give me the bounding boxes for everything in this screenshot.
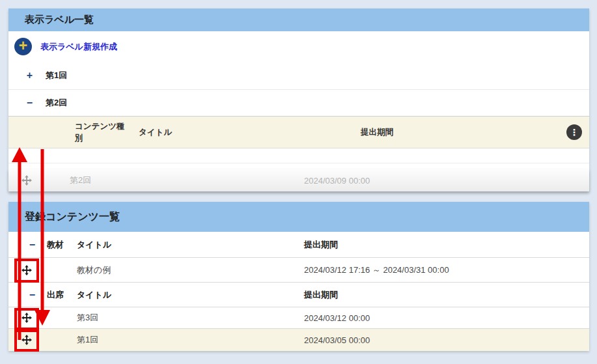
content-title: 教材の例 (77, 264, 304, 276)
label-group-row-2[interactable]: − 第2回 (8, 90, 589, 116)
content-row-dai3kai: 第3回 2024/03/12 00:00 (8, 307, 589, 329)
content-period: 2024/03/05 00:00 (304, 335, 589, 345)
content-group-header-kyozai: − 教材 タイトル 提出期間 (8, 232, 589, 258)
add-circle-icon[interactable]: + (14, 38, 32, 55)
content-title: 第3回 (77, 312, 304, 324)
kebab-menu-icon[interactable]: ⋮ (566, 124, 582, 140)
column-header-title: タイトル (139, 127, 172, 138)
empty-drop-gap (8, 163, 589, 169)
label-group-name: 第2回 (46, 97, 67, 109)
column-header-period: 提出期間 (361, 127, 393, 138)
content-group-header-shusseki: − 出席 タイトル 提出期間 (8, 283, 589, 307)
column-header-period: 提出期間 (304, 239, 589, 251)
move-handle-icon[interactable] (21, 175, 32, 186)
panel-title-bar: 表示ラベル一覧 (8, 8, 589, 31)
page-title: 登録コンテンツ一覧 (25, 210, 120, 224)
column-header-content-type: コンテンツ種別 (75, 121, 132, 144)
move-handle-icon[interactable] (21, 265, 32, 275)
create-label-link[interactable]: 表示ラベル新規作成 (40, 41, 117, 53)
label-group-row-1[interactable]: + 第1回 (8, 62, 589, 90)
display-label-list-panel: 表示ラベル一覧 + 表示ラベル新規作成 + 第1回 − 第2回 コンテンツ種別 … (8, 8, 589, 191)
content-title: 第1回 (77, 334, 304, 346)
empty-drop-row (8, 148, 589, 163)
collapse-icon[interactable]: − (27, 239, 37, 251)
content-period: 2024/03/12 17:16 ～ 2024/03/31 00:00 (304, 264, 589, 276)
column-header-title: タイトル (77, 239, 304, 251)
label-table-header: コンテンツ種別 タイトル 提出期間 ⋮ (8, 116, 589, 148)
collapse-icon[interactable]: − (27, 289, 37, 301)
ghost-row-title: 第2回 (70, 175, 304, 186)
move-handle-icon[interactable] (21, 313, 32, 323)
group-type-label: 教材 (37, 239, 77, 251)
label-group-name: 第1回 (46, 70, 67, 81)
column-header-title: タイトル (77, 289, 304, 301)
ghost-row-period: 2024/03/09 00:00 (304, 176, 589, 186)
drag-ghost-row: 第2回 2024/03/09 00:00 (8, 169, 589, 191)
content-period: 2024/03/12 00:00 (304, 313, 589, 323)
content-row-kyozai-example: 教材の例 2024/03/12 17:16 ～ 2024/03/31 00:00 (8, 258, 589, 283)
panel-title-bar: 登録コンテンツ一覧 (8, 202, 589, 232)
column-header-period: 提出期間 (304, 289, 589, 301)
group-type-label: 出席 (37, 289, 77, 301)
move-handle-icon[interactable] (21, 335, 32, 345)
expand-icon[interactable]: + (25, 70, 35, 81)
page: 表示ラベル一覧 + 表示ラベル新規作成 + 第1回 − 第2回 コンテンツ種別 … (0, 0, 597, 364)
content-row-dai1kai: 第1回 2024/03/05 00:00 (8, 329, 589, 351)
registered-contents-panel: 登録コンテンツ一覧 − 教材 タイトル 提出期間 教材の例 2024/03/12… (8, 202, 589, 351)
create-label-row: + 表示ラベル新規作成 (8, 31, 589, 62)
collapse-icon[interactable]: − (25, 97, 35, 109)
page-title: 表示ラベル一覧 (25, 14, 94, 26)
